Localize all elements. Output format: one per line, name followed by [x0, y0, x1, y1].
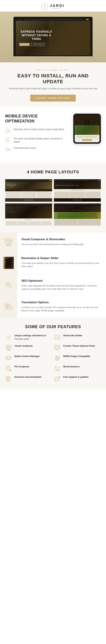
svg-rect-4	[7, 140, 7, 141]
visual-composer-icon-area	[0, 233, 17, 252]
one-click-label: ONE·CLICK DEMO INSTALL	[7, 69, 99, 71]
visual-composer-desc: You can use both of the instruments when…	[21, 243, 102, 246]
feature-row-revolution: ‹ Revolution & Swiper Slider If you want…	[0, 252, 106, 274]
shortcode-icon	[54, 334, 61, 341]
phone-text-section: WINERY SIGNATURE TOUR BOOK A TOUR	[75, 135, 100, 142]
feature-item-visual-composer: Visual Composer	[5, 344, 52, 351]
layouts-grid: EXPRESS YOURSELFWITHOUT SAYINGA THING WI…	[5, 179, 101, 226]
mobile-feature-1: Absolutely all the scrolled sections sup…	[5, 128, 66, 134]
feature-text-custom-theme: Custom Theme Options Panel	[63, 344, 95, 348]
responsive-icon	[5, 146, 11, 153]
seo-content: SEO Optimized HTML code integrated into …	[17, 274, 106, 296]
svg-line-17	[9, 286, 11, 288]
logo-tagline: WINERY	[50, 8, 64, 9]
phone-screen: WINERY SIGNATURE TOUR BOOK A TOUR	[75, 115, 100, 142]
swipe-icon	[5, 128, 11, 134]
mobile-feature-text-1: Absolutely all the scrolled sections sup…	[13, 128, 64, 131]
feature-row-seo: SEO Optimized HTML code integrated into …	[0, 274, 106, 296]
svg-rect-40	[6, 356, 10, 360]
svg-rect-32	[55, 345, 60, 349]
svg-rect-55	[7, 377, 10, 382]
theme-options-icon	[54, 344, 61, 351]
layout-thumb-2: EXPRESS YOURSELF WITHOUT SAYING A THING …	[54, 179, 101, 202]
layouts-section-title: 4 HOME PAGE LAYOUTS	[5, 170, 101, 174]
features-grid: Unique settings inheritance & Override s…	[5, 334, 101, 382]
visual-composer-content: Visual Composer & Shortcodes You can use…	[17, 233, 106, 252]
feature-text-shortcode: Shortcode builder	[63, 334, 82, 338]
documentation-icon	[5, 376, 12, 382]
svg-rect-28	[9, 345, 11, 347]
svg-rect-30	[9, 348, 11, 349]
feature-text-documentation: Extensive documentation	[14, 376, 42, 379]
layout-thumb-3: A WEST WINE ICON TOP PRODUCTS	[5, 204, 52, 226]
logo-area: J JARDI WINERY	[42, 3, 64, 10]
mobile-left: MOBILE DEVICE OPTIMIZATION Absolutely al…	[5, 114, 66, 156]
svg-point-60	[58, 376, 60, 379]
slider-icon	[5, 137, 11, 143]
seo-icon-area	[0, 274, 17, 296]
feature-item-woocommerce: WooCommerce	[54, 365, 101, 372]
mobile-right: WINERY SIGNATURE TOUR BOOK A TOUR	[70, 114, 101, 144]
translation-title: Translation Options	[21, 301, 102, 304]
svg-line-26	[57, 336, 58, 338]
svg-rect-13	[6, 244, 11, 246]
visual-composer-icon	[4, 238, 13, 246]
seo-icon	[4, 281, 13, 289]
hero-section: EXPRESS YOURSELF WITHOUT SAYING A THING …	[0, 12, 106, 62]
feature-row-translation: PO Translation Options Localized .po & .…	[0, 296, 106, 318]
seo-title: SEO Optimized	[21, 279, 102, 282]
seo-desc: HTML code integrated into the theme meet…	[21, 284, 102, 291]
phone-cta-button: BOOK A TOUR	[82, 139, 92, 141]
logo-name: JARDI	[50, 4, 64, 8]
svg-rect-29	[6, 348, 8, 349]
feature-item-unique-settings: Unique settings inheritance & Override s…	[5, 334, 52, 341]
revolution-desc: If you want your website to be fully Tou…	[21, 262, 102, 268]
feature-row-visual-composer: Visual Composer & Shortcodes You can use…	[0, 233, 106, 252]
feature-item-support: Free Support & updates	[54, 376, 101, 382]
svg-rect-10	[9, 238, 12, 240]
visual-composer-grid-icon	[5, 344, 12, 351]
layout-thumb-1: EXPRESS YOURSELFWITHOUT SAYINGA THING WI…	[5, 179, 52, 202]
svg-rect-22	[8, 306, 12, 309]
svg-rect-12	[9, 242, 12, 244]
export-button[interactable]: EXPORT THEME OPTIONS	[30, 95, 76, 102]
feature-item-custom-theme: Custom Theme Options Panel	[54, 344, 101, 351]
translation-icon: PO	[4, 302, 13, 311]
woocommerce-icon	[54, 365, 61, 372]
visual-composer-title: Visual Composer & Shortcodes	[21, 238, 102, 241]
features-section: Visual Composer & Shortcodes You can use…	[0, 233, 106, 318]
feature-text-po-composer: PO Composer	[14, 365, 29, 368]
feature-item-media: Media Content Manager	[5, 355, 52, 362]
svg-rect-31	[7, 350, 10, 350]
feature-item-shortcode: Shortcode builder	[54, 334, 101, 341]
svg-rect-2	[7, 129, 9, 132]
hero-headline: EXPRESS YOURSELF WITHOUT SAYING A THING	[19, 30, 54, 41]
svg-rect-11	[5, 242, 8, 244]
mobile-section: MOBILE DEVICE OPTIMIZATION Absolutely al…	[0, 107, 106, 163]
logo-text-group: JARDI WINERY	[50, 4, 64, 9]
wpml-icon	[54, 355, 61, 362]
translation-icon-area: PO	[0, 296, 17, 317]
mobile-feature-text-3: Fully Responsive Layout	[13, 146, 36, 150]
revolution-icon-area: ‹	[0, 252, 17, 274]
feature-text-visual-composer: Visual Composer	[14, 344, 33, 348]
header: J JARDI WINERY	[0, 0, 106, 12]
mobile-feature-2: The theme uses Mobile Friendly sliders: …	[5, 137, 66, 143]
phone-mockup: WINERY SIGNATURE TOUR BOOK A TOUR	[73, 114, 101, 144]
translation-desc: Localized .po & .mo files Included. PO c…	[21, 306, 102, 312]
svg-point-52	[56, 370, 57, 371]
revolution-content: Revolution & Swiper Slider If you want y…	[17, 252, 106, 274]
feature-text-media: Media Content Manager	[14, 355, 40, 358]
feature-text-unique-settings: Unique settings inheritance & Override s…	[14, 334, 46, 340]
one-click-section: ONE·CLICK DEMO INSTALL EASY TO INSTALL, …	[0, 62, 106, 107]
gear-icon	[5, 334, 12, 341]
feature-item-wpml: WPML Plugin Compatible	[54, 355, 101, 362]
one-click-description: Advanced Demo data Install tool helps to…	[7, 87, 99, 90]
support-icon	[54, 376, 61, 382]
our-features-title: SOME OF OUR FEATURES	[5, 324, 101, 329]
one-click-title: EASY TO INSTALL, RUN AND UPDATE	[7, 73, 99, 84]
svg-text:PO: PO	[5, 308, 7, 310]
mobile-feature-text-2: The theme uses Mobile Friendly sliders: …	[13, 137, 66, 143]
phone-heading: WINERY SIGNATURE TOUR	[76, 136, 98, 138]
svg-point-24	[8, 336, 9, 338]
